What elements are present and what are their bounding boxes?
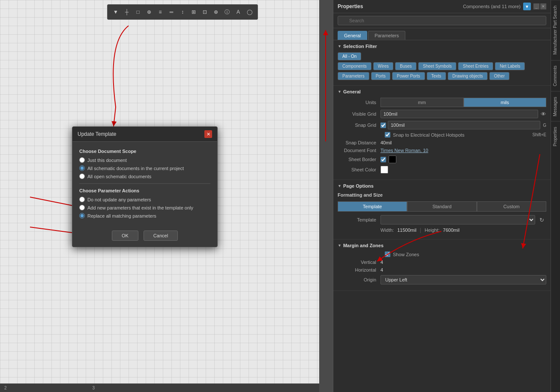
side-tab-messages[interactable]: Messages xyxy=(551,91,560,122)
width-value: 11500mil xyxy=(397,227,416,233)
toolbar-btn-wire[interactable]: ≡ xyxy=(156,7,165,17)
filter-texts-button[interactable]: Texts xyxy=(427,72,446,80)
side-tab-properties[interactable]: Properties xyxy=(551,121,560,152)
toolbar-btn-add[interactable]: ┼ xyxy=(122,7,132,17)
visible-grid-label: Visible Grid xyxy=(338,111,380,117)
snap-electrical-group: Snap to Electrical Object Hotspots xyxy=(385,132,464,138)
filter-buses-button[interactable]: Buses xyxy=(395,62,416,70)
template-refresh-button[interactable]: ↻ xyxy=(537,215,546,224)
page-tab-standard[interactable]: Standard xyxy=(407,201,476,212)
toolbar-btn-rect[interactable]: □ xyxy=(133,7,143,17)
panel-header-controls: Components (and 11 more) ▼ _ ✕ xyxy=(463,3,546,10)
width-label: Width: xyxy=(380,227,394,233)
template-field-label: Template xyxy=(338,217,380,222)
origin-label: Origin xyxy=(338,277,380,282)
toolbar-btn-text[interactable]: A xyxy=(234,7,243,17)
filter-parameters-button[interactable]: Parameters xyxy=(338,72,369,80)
filter-other-button[interactable]: Other xyxy=(489,72,509,80)
toolbar-btn-info[interactable]: ⓘ xyxy=(222,7,232,17)
sheet-border-row: Sheet Border xyxy=(338,156,546,163)
filter-components-button[interactable]: Components xyxy=(338,62,371,70)
scope-all-current-label: All schematic documents in the current p… xyxy=(87,166,184,171)
sheet-border-checkbox[interactable] xyxy=(380,157,386,162)
filter-all-on-button[interactable]: All - On xyxy=(338,52,361,60)
page-tab-custom[interactable]: Custom xyxy=(477,201,546,212)
param-replace-all[interactable]: Replace all matching parameters xyxy=(79,213,210,218)
snap-grid-label: Snap Grid xyxy=(338,123,380,128)
tab-parameters[interactable]: Parameters xyxy=(368,31,405,40)
toolbar-btn-power[interactable]: ⊡ xyxy=(200,7,210,17)
margin-zones-title: Margin and Zones xyxy=(343,243,383,248)
document-font-value[interactable]: Times New Roman, 10 xyxy=(380,148,546,153)
panel-close-button[interactable]: ✕ xyxy=(540,3,546,9)
filter-sheet-symbols-button[interactable]: Sheet Symbols xyxy=(418,62,456,70)
scope-section-title: Choose Document Scope xyxy=(79,149,210,154)
filter-wires-button[interactable]: Wires xyxy=(373,62,394,70)
origin-row: Origin Upper Left Upper Right Lower Left… xyxy=(338,275,546,284)
unit-mm-button[interactable]: mm xyxy=(380,98,464,107)
template-select[interactable] xyxy=(380,215,535,224)
filter-net-labels-button[interactable]: Net Labels xyxy=(495,62,525,70)
snap-distance-row: Snap Distance 40mil xyxy=(338,140,546,145)
toolbar-btn-net[interactable]: ⊕ xyxy=(211,7,221,17)
dialog-close-button[interactable]: ✕ xyxy=(204,130,212,138)
dialog-body: Choose Document Scope Just this document… xyxy=(72,142,217,226)
unit-mils-button[interactable]: mils xyxy=(464,98,547,107)
visible-grid-input[interactable] xyxy=(380,110,538,118)
ok-button[interactable]: OK xyxy=(112,230,138,241)
snap-grid-input[interactable] xyxy=(388,121,540,129)
param-no-update[interactable]: Do not update any parameters xyxy=(79,197,210,202)
panel-filter-button[interactable]: ▼ xyxy=(523,3,531,10)
scope-all-current[interactable]: All schematic documents in the current p… xyxy=(79,165,210,171)
units-row: Units mm mils xyxy=(338,98,546,107)
dialog-title: Update Template xyxy=(78,131,117,137)
vertical-label: Vertical xyxy=(338,260,380,265)
filter-drawing-objects-button[interactable]: Drawing objects xyxy=(448,72,488,80)
search-input[interactable] xyxy=(338,16,546,25)
toolbar-btn-filter[interactable]: ▼ xyxy=(111,7,120,17)
page-size-tabs: Template Standard Custom xyxy=(338,201,546,212)
units-buttons: mm mils xyxy=(380,98,546,107)
toolbar-btn-place[interactable]: ⊕ xyxy=(144,7,154,17)
dialog-divider-1 xyxy=(79,183,210,184)
tab-general[interactable]: General xyxy=(338,31,367,40)
snap-electrical-checkbox[interactable] xyxy=(385,132,390,138)
side-tab-comments[interactable]: Comments xyxy=(551,60,560,91)
side-tab-manufacturer[interactable]: Manufacturer Part Search xyxy=(551,0,560,60)
visible-grid-eye-icon[interactable]: 👁 xyxy=(541,111,546,117)
general-section: ▼ General Units mm mils Visible Grid 👁 S… xyxy=(333,86,551,180)
filter-sheet-entries-button[interactable]: Sheet Entries xyxy=(458,62,493,70)
sheet-color-swatch[interactable] xyxy=(380,166,388,174)
sheet-border-label: Sheet Border xyxy=(338,157,380,162)
dialog-header: Update Template ✕ xyxy=(72,127,217,142)
formatting-label: Formatting and Size xyxy=(338,192,383,197)
toolbar-btn-bus[interactable]: ═ xyxy=(167,7,176,17)
scope-just-this[interactable]: Just this document xyxy=(79,157,210,163)
selection-filter-header: ▼ Selection Filter xyxy=(338,44,546,49)
param-no-update-label: Do not update any parameters xyxy=(87,197,151,202)
visible-grid-row: Visible Grid 👁 xyxy=(338,110,546,118)
panel-minimize-button[interactable]: _ xyxy=(533,3,539,9)
toolbar-btn-draw[interactable]: ◯ xyxy=(245,7,254,17)
sheet-border-color[interactable] xyxy=(389,156,396,163)
snap-grid-checkbox[interactable] xyxy=(380,123,386,128)
show-zones-checkbox[interactable] xyxy=(385,251,390,257)
search-wrapper: 🔍 xyxy=(338,16,546,25)
general-arrow: ▼ xyxy=(338,90,341,94)
page-options-header: ▼ Page Options xyxy=(338,183,546,189)
filter-power-ports-button[interactable]: Power Ports xyxy=(392,72,425,80)
scope-all-open[interactable]: All open schematic documents xyxy=(79,174,210,179)
selection-filter-title: Selection Filter xyxy=(343,44,377,49)
show-zones-row: Show Zones xyxy=(338,251,546,257)
filter-ports-button[interactable]: Ports xyxy=(371,72,390,80)
template-field-row: Template ↻ xyxy=(338,215,546,224)
toolbar-btn-port[interactable]: ↕ xyxy=(178,7,187,17)
dimensions-row: Width: 11500mil | Height: 7600mil xyxy=(338,227,546,233)
param-add-new[interactable]: Add new parameters that exist in the tem… xyxy=(79,205,210,210)
page-options-section: ▼ Page Options Formatting and Size Templ… xyxy=(333,180,551,239)
page-tab-template[interactable]: Template xyxy=(338,201,407,212)
filter-row-2: Parameters Ports Power Ports Texts Drawi… xyxy=(338,72,546,80)
toolbar-btn-sheet[interactable]: ⊞ xyxy=(189,7,198,17)
cancel-button[interactable]: Cancel xyxy=(144,230,178,241)
origin-select[interactable]: Upper Left Upper Right Lower Left Lower … xyxy=(380,275,546,284)
